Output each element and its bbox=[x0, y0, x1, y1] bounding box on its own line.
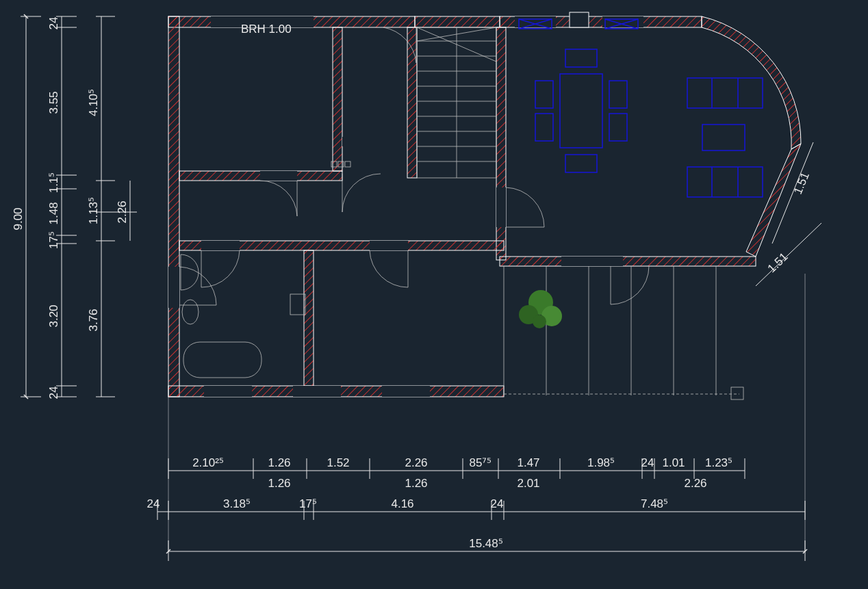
svg-rect-18 bbox=[168, 267, 179, 308]
svg-rect-24 bbox=[204, 386, 252, 397]
svg-text:24: 24 bbox=[491, 497, 504, 510]
deck bbox=[504, 266, 743, 400]
staircase bbox=[417, 27, 496, 178]
svg-rect-16 bbox=[570, 12, 589, 27]
svg-rect-9 bbox=[407, 27, 417, 178]
svg-rect-7 bbox=[333, 27, 342, 171]
svg-rect-17 bbox=[602, 16, 643, 27]
svg-text:17⁵: 17⁵ bbox=[299, 497, 317, 510]
svg-rect-50 bbox=[535, 81, 553, 108]
svg-text:1.01: 1.01 bbox=[662, 456, 685, 469]
svg-text:1.1⁵: 1.1⁵ bbox=[47, 172, 60, 194]
sofa-set bbox=[687, 78, 763, 197]
svg-rect-49 bbox=[565, 155, 597, 172]
extension-lines bbox=[168, 274, 805, 551]
walls bbox=[168, 12, 801, 397]
svg-text:4.16: 4.16 bbox=[391, 497, 413, 510]
bathroom-fixtures bbox=[181, 161, 350, 378]
svg-rect-12 bbox=[304, 250, 314, 386]
svg-text:3.55: 3.55 bbox=[47, 91, 60, 114]
svg-text:24: 24 bbox=[641, 456, 654, 469]
svg-text:1.26: 1.26 bbox=[268, 456, 290, 469]
svg-text:1.13⁵: 1.13⁵ bbox=[87, 197, 100, 224]
svg-text:1.23⁵: 1.23⁵ bbox=[705, 456, 732, 469]
svg-rect-13 bbox=[500, 257, 756, 266]
svg-text:15.48⁵: 15.48⁵ bbox=[469, 537, 503, 550]
svg-rect-27 bbox=[561, 257, 623, 266]
svg-rect-57 bbox=[687, 167, 763, 197]
svg-text:1.26: 1.26 bbox=[268, 477, 290, 490]
dining-set bbox=[535, 49, 627, 172]
svg-text:7.48⁵: 7.48⁵ bbox=[641, 497, 668, 510]
svg-text:1.52: 1.52 bbox=[327, 456, 349, 469]
svg-text:85⁷⁵: 85⁷⁵ bbox=[470, 456, 492, 469]
svg-rect-53 bbox=[609, 114, 627, 141]
room-label: BRH 1.00 bbox=[241, 23, 292, 36]
svg-text:3.20: 3.20 bbox=[47, 304, 60, 327]
svg-text:9.00: 9.00 bbox=[12, 207, 25, 230]
dimensions-horizontal: 2.10²⁵ 1.26 1.52 2.26 85⁷⁵ 1.47 1.98⁵ 24… bbox=[147, 456, 805, 561]
svg-text:24: 24 bbox=[47, 387, 60, 400]
svg-point-78 bbox=[533, 315, 546, 328]
svg-text:1.51: 1.51 bbox=[765, 250, 791, 276]
svg-rect-26 bbox=[382, 386, 430, 397]
svg-text:1.98⁵: 1.98⁵ bbox=[587, 456, 615, 469]
svg-rect-48 bbox=[565, 49, 597, 67]
svg-text:1.26: 1.26 bbox=[405, 477, 427, 490]
svg-text:17⁵: 17⁵ bbox=[47, 231, 60, 249]
svg-rect-54 bbox=[687, 78, 763, 108]
svg-text:3.76: 3.76 bbox=[87, 309, 100, 331]
svg-rect-63 bbox=[290, 294, 305, 315]
svg-rect-22 bbox=[496, 187, 506, 227]
floor-plan-drawing: BRH 1.00 9.00 24 3.55 1.1⁵ 1.48 17⁵ 3.20… bbox=[0, 0, 868, 589]
svg-text:1.51: 1.51 bbox=[791, 170, 812, 196]
svg-rect-60 bbox=[702, 125, 745, 150]
svg-text:2.26: 2.26 bbox=[684, 477, 706, 490]
svg-text:1.48: 1.48 bbox=[47, 202, 60, 224]
svg-rect-19 bbox=[260, 171, 297, 181]
svg-rect-62 bbox=[183, 342, 261, 378]
svg-rect-21 bbox=[370, 241, 408, 250]
svg-text:24: 24 bbox=[47, 17, 60, 30]
svg-text:2.10²⁵: 2.10²⁵ bbox=[192, 456, 224, 469]
svg-rect-5 bbox=[168, 16, 179, 397]
svg-rect-23 bbox=[201, 241, 240, 250]
svg-rect-52 bbox=[609, 81, 627, 108]
svg-text:24: 24 bbox=[147, 497, 160, 510]
svg-rect-25 bbox=[293, 386, 341, 397]
dimensions-vertical: 9.00 24 3.55 1.1⁵ 1.48 17⁵ 3.20 24 4.10⁵… bbox=[12, 16, 137, 399]
svg-rect-51 bbox=[535, 114, 553, 141]
svg-text:1.47: 1.47 bbox=[517, 456, 539, 469]
svg-rect-15 bbox=[515, 16, 556, 27]
svg-text:2.26: 2.26 bbox=[116, 200, 129, 223]
svg-rect-3 bbox=[415, 16, 500, 27]
tree-icon bbox=[519, 290, 562, 328]
svg-rect-47 bbox=[560, 74, 602, 148]
svg-point-61 bbox=[182, 300, 199, 324]
svg-text:2.01: 2.01 bbox=[517, 477, 539, 490]
svg-text:4.10⁵: 4.10⁵ bbox=[87, 89, 100, 116]
svg-text:2.26: 2.26 bbox=[405, 456, 427, 469]
svg-rect-74 bbox=[731, 387, 743, 400]
svg-rect-66 bbox=[345, 161, 350, 167]
svg-rect-20 bbox=[342, 137, 383, 146]
svg-text:3.18⁵: 3.18⁵ bbox=[223, 497, 251, 510]
